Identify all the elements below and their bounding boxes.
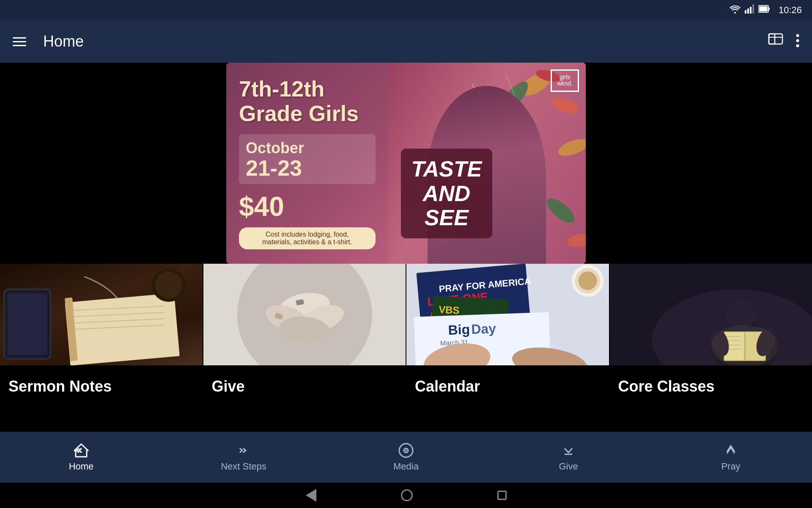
calendar-card[interactable]: PRAY FOR AMERICA LOVE ONE ANOTHER VBS 20… — [406, 264, 609, 408]
android-recents-button[interactable] — [497, 491, 507, 500]
android-back-button[interactable] — [306, 489, 316, 502]
logo-line2: wknd. — [557, 80, 573, 87]
svg-rect-7 — [759, 6, 768, 11]
app-bar-actions — [768, 33, 799, 50]
nav-give[interactable]: Give — [487, 438, 650, 476]
signal-icon — [745, 4, 754, 16]
hero-date-block: October 21-23 — [239, 134, 376, 184]
nav-media-label: Media — [393, 461, 419, 472]
svg-rect-1 — [745, 10, 746, 14]
android-nav-bar — [0, 483, 812, 508]
sermon-notes-card[interactable]: Sermon Notes — [0, 264, 203, 408]
hero-grade-text: 7th-12thGrade Girls — [239, 77, 376, 125]
nav-pray-label: Pray — [721, 461, 740, 472]
core-classes-image — [610, 264, 812, 365]
svg-point-73 — [711, 325, 779, 365]
svg-rect-31 — [8, 293, 47, 355]
logo-line1: girls — [557, 74, 573, 80]
sermon-notes-text: Sermon Notes — [8, 378, 112, 395]
android-home-button[interactable] — [401, 489, 413, 501]
give-label: Give — [203, 365, 406, 408]
nav-pray[interactable]: Pray — [650, 438, 812, 476]
core-classes-text: Core Classes — [618, 378, 715, 395]
calendar-text: Calendar — [415, 378, 480, 395]
hero-price: $40 — [239, 191, 376, 222]
svg-point-13 — [796, 39, 799, 42]
page-title: Home — [43, 33, 84, 50]
svg-point-20 — [543, 194, 578, 227]
svg-point-19 — [556, 135, 586, 159]
hero-left: 7th-12thGrade Girls October 21-23 $40 Co… — [226, 63, 388, 264]
svg-point-58 — [579, 271, 597, 290]
chat-button[interactable] — [768, 33, 783, 50]
svg-point-12 — [796, 34, 799, 37]
reading-background — [610, 264, 812, 365]
svg-point-76 — [405, 450, 407, 451]
home-icon — [73, 442, 89, 458]
svg-rect-8 — [769, 34, 782, 44]
core-classes-card[interactable]: Core Classes — [610, 264, 812, 408]
hero-cost-note: Cost includes lodging, food,materials, a… — [239, 227, 376, 249]
calendar-image: PRAY FOR AMERICA LOVE ONE ANOTHER VBS 20… — [406, 264, 609, 365]
svg-rect-3 — [750, 7, 752, 14]
svg-text:Big: Big — [448, 322, 470, 338]
pray-icon — [723, 442, 739, 458]
nav-next-steps-label: Next Steps — [221, 461, 266, 472]
svg-rect-2 — [747, 8, 749, 14]
battery-icon — [758, 4, 770, 16]
hero-taste-see: TASTEANDSEE — [401, 149, 493, 238]
status-time: 10:26 — [779, 5, 802, 16]
nav-home-label: Home — [69, 461, 94, 472]
give-image — [203, 264, 406, 365]
nav-media[interactable]: Media — [325, 438, 487, 476]
wifi-icon — [730, 4, 741, 16]
app-bar: Home — [0, 20, 812, 63]
give-nav-icon — [560, 442, 576, 458]
calendar-label: Calendar — [406, 365, 609, 408]
hero-right: TASTEANDSEE girls wknd. — [388, 63, 586, 264]
svg-rect-9 — [769, 34, 775, 44]
hero-logo: girls wknd. — [551, 69, 579, 92]
more-button[interactable] — [796, 34, 799, 50]
hero-banner[interactable]: 7th-12thGrade Girls October 21-23 $40 Co… — [226, 63, 586, 264]
svg-point-33 — [155, 271, 182, 298]
bible-background — [0, 264, 203, 365]
cards-grid: Sermon Notes — [0, 264, 812, 408]
svg-point-21 — [566, 231, 586, 248]
sermon-notes-label: Sermon Notes — [0, 365, 203, 408]
give-text: Give — [212, 378, 245, 395]
hero-month: October — [246, 139, 369, 157]
give-card[interactable]: Give — [203, 264, 406, 408]
main-content: 7th-12thGrade Girls October 21-23 $40 Co… — [0, 63, 812, 440]
menu-button[interactable] — [13, 37, 26, 46]
svg-point-16 — [549, 94, 581, 116]
next-steps-icon — [236, 442, 252, 458]
bottom-nav: Home Next Steps Media Give Pray — [0, 432, 812, 483]
status-bar: 10:26 — [0, 0, 812, 20]
nav-home[interactable]: Home — [0, 438, 162, 476]
svg-rect-4 — [752, 4, 754, 14]
nav-next-steps[interactable]: Next Steps — [162, 438, 325, 476]
sermon-notes-image — [0, 264, 203, 365]
core-classes-label: Core Classes — [610, 365, 812, 408]
media-icon — [398, 442, 414, 458]
svg-text:Day: Day — [471, 321, 497, 337]
svg-point-62 — [726, 300, 755, 329]
svg-text:VBS: VBS — [439, 304, 460, 316]
hero-dates: 21-23 — [246, 157, 369, 179]
nav-give-label: Give — [559, 461, 578, 472]
svg-point-0 — [734, 12, 736, 14]
svg-rect-6 — [768, 8, 770, 10]
status-icons: 10:26 — [730, 4, 802, 16]
svg-point-14 — [796, 44, 799, 47]
